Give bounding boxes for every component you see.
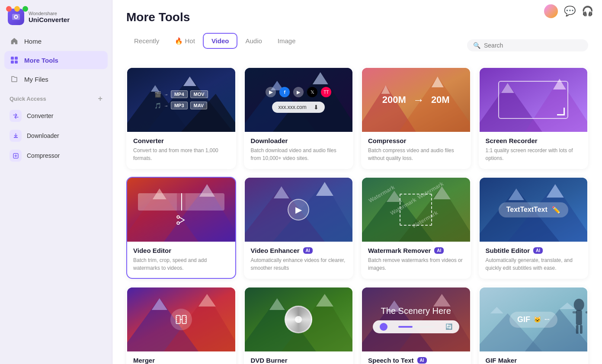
sidebar-item-more-tools[interactable]: More Tools: [4, 51, 108, 69]
tool-desc-video-editor: Batch trim, crop, speed and add watermar…: [133, 256, 229, 272]
tool-thumb-screen-recorder: [480, 68, 588, 132]
tool-desc-downloader: Batch download video and audio files fro…: [251, 147, 347, 162]
quick-access-section: Quick Access +: [0, 88, 112, 106]
speech-thumb-overlay: The Scenery Here 🔄: [362, 287, 470, 351]
downloader-quick-icon: [10, 130, 22, 142]
svg-point-34: [177, 216, 179, 218]
tool-thumb-video-editor: [127, 178, 235, 242]
svg-rect-3: [11, 57, 14, 60]
dvd-burner-thumb-overlay: [245, 287, 353, 351]
tool-name-speech-to-text: Speech to Text: [368, 357, 414, 364]
close-button[interactable]: [6, 6, 12, 12]
tool-card-video-editor[interactable]: Video Editor Batch trim, crop, speed and…: [126, 177, 236, 279]
sidebar-item-home[interactable]: Home: [4, 32, 108, 50]
tool-name-gif-maker: GIF Maker: [486, 357, 517, 364]
traffic-lights: [6, 6, 28, 12]
app-title-block: Wondershare UniConverter: [29, 11, 70, 23]
compressor-thumb-overlay: 200M → 20M: [362, 68, 470, 132]
maximize-button[interactable]: [22, 6, 28, 12]
tool-name-dvd-burner: DVD Burner: [251, 357, 288, 364]
video-enhancer-thumb-overlay: ▶: [245, 178, 353, 242]
home-icon: [10, 36, 19, 46]
tool-thumb-gif-maker: GIF 🐱 ···: [480, 287, 588, 351]
tool-desc-watermark-remover: Batch remove watermarks from videos or i…: [368, 256, 464, 272]
tool-info-watermark-remover: Watermark Remover AI Batch remove waterm…: [362, 242, 470, 278]
tool-info-gif-maker: GIF Maker Create a GIF from a video or i…: [480, 351, 588, 364]
search-input[interactable]: [484, 42, 582, 49]
tab-hot[interactable]: 🔥 Hot: [167, 34, 203, 48]
tab-video[interactable]: Video: [203, 33, 238, 49]
sidebar-item-my-files[interactable]: My Files: [4, 70, 108, 88]
quick-item-compressor[interactable]: Compressor: [4, 146, 108, 166]
tool-name-video-enhancer: Video Enhancer: [251, 247, 300, 254]
tool-thumb-downloader: ▶ f ▶ 𝕏 TT xxx.xxx.com ⬇: [245, 68, 353, 132]
watermark-overlay: Watermark Watermark Watermark Watermark: [362, 178, 470, 242]
chat-icon[interactable]: 💬: [564, 6, 576, 17]
tool-desc-video-enhancer: Automatically enhance videos for clearer…: [251, 256, 347, 272]
tool-card-video-enhancer[interactable]: ▶ Video Enhancer AI Automatically enhanc…: [244, 177, 354, 279]
tool-card-gif-maker[interactable]: GIF 🐱 ··· GIF Maker Create a GIF from a …: [479, 287, 589, 364]
tool-thumb-speech-to-text: The Scenery Here 🔄: [362, 287, 470, 351]
tool-name-downloader: Downloader: [251, 137, 288, 144]
quick-access-add-button[interactable]: +: [98, 94, 102, 103]
svg-rect-6: [15, 61, 18, 64]
topbar: 💬 🎧: [544, 4, 593, 18]
sidebar-nav: Home More Tools My Files: [0, 32, 112, 88]
tool-info-speech-to-text: Speech to Text AI Batch convert audio or…: [362, 351, 470, 364]
tool-grid: 🎬 → MP4 MOV 🎵 → MP3 MAV: [126, 67, 588, 364]
tool-info-video-enhancer: Video Enhancer AI Automatically enhance …: [245, 242, 353, 278]
user-avatar[interactable]: [544, 4, 558, 18]
ai-badge-video-enhancer: AI: [303, 247, 313, 254]
tab-recently[interactable]: Recently: [126, 34, 167, 48]
tabs-bar: Recently 🔥 Hot Video Audio Image 🔍: [126, 33, 588, 57]
headphones-icon[interactable]: 🎧: [582, 6, 593, 17]
video-editor-thumb-overlay: [127, 178, 235, 242]
quick-item-compressor-label: Compressor: [27, 152, 60, 159]
tool-info-compressor: Compressor Batch compress video and audi…: [362, 132, 470, 168]
tool-thumb-subtitle-editor: TextTextText ✏️: [480, 178, 588, 242]
tool-card-compressor[interactable]: 200M → 20M Compressor Batch compress vid…: [361, 67, 471, 169]
tab-audio[interactable]: Audio: [237, 34, 269, 48]
tool-name-compressor: Compressor: [368, 137, 406, 144]
search-icon: 🔍: [473, 42, 480, 49]
tool-info-screen-recorder: Screen Recorder 1:1 quality screen recor…: [480, 132, 588, 168]
tool-card-screen-recorder[interactable]: Screen Recorder 1:1 quality screen recor…: [479, 67, 589, 169]
minimize-button[interactable]: [14, 6, 20, 12]
quick-item-converter[interactable]: Converter: [4, 106, 108, 126]
tool-desc-compressor: Batch compress video and audio files wit…: [368, 147, 464, 162]
search-bar[interactable]: 🔍: [467, 39, 588, 51]
tool-info-downloader: Downloader Batch download video and audi…: [245, 132, 353, 168]
tool-name-subtitle-editor: Subtitle Editor: [486, 247, 530, 254]
tool-card-speech-to-text[interactable]: The Scenery Here 🔄: [361, 287, 471, 364]
svg-point-2: [15, 16, 17, 18]
tool-name-merger: Merger: [133, 357, 155, 364]
content-area: More Tools Recently 🔥 Hot Video Audio Im…: [112, 0, 602, 364]
downloader-thumb-overlay: ▶ f ▶ 𝕏 TT xxx.xxx.com ⬇: [245, 68, 353, 132]
screen-recorder-thumb-overlay: [480, 68, 588, 132]
tool-info-dvd-burner: DVD Burner Burn videos in different form…: [245, 351, 353, 364]
gif-maker-thumb-overlay: GIF 🐱 ···: [480, 287, 588, 351]
sidebar-item-home-label: Home: [24, 38, 42, 45]
tools-icon: [10, 55, 19, 65]
quick-item-converter-label: Converter: [27, 112, 53, 119]
quick-item-downloader-label: Downloader: [27, 132, 59, 139]
tool-card-dvd-burner[interactable]: DVD Burner Burn videos in different form…: [244, 287, 354, 364]
subtitle-editor-thumb-overlay: TextTextText ✏️: [480, 178, 588, 242]
ai-badge-speech-to-text: AI: [417, 357, 427, 364]
app-header: Wondershare UniConverter: [0, 0, 112, 32]
merger-thumb-overlay: [127, 287, 235, 351]
tab-image[interactable]: Image: [270, 34, 304, 48]
tool-card-merger[interactable]: Merger Merge multiple video or audio fil…: [126, 287, 236, 364]
quick-item-downloader[interactable]: Downloader: [4, 126, 108, 146]
tool-card-downloader[interactable]: ▶ f ▶ 𝕏 TT xxx.xxx.com ⬇: [244, 67, 354, 169]
tool-card-watermark-remover[interactable]: Watermark Watermark Watermark Watermark …: [361, 177, 471, 279]
svg-rect-5: [11, 61, 14, 64]
tool-card-subtitle-editor[interactable]: TextTextText ✏️ Subtitle Editor AI Autom…: [479, 177, 589, 279]
tool-card-converter[interactable]: 🎬 → MP4 MOV 🎵 → MP3 MAV: [126, 67, 236, 169]
tool-info-video-editor: Video Editor Batch trim, crop, speed and…: [127, 242, 235, 278]
tool-name-video-editor: Video Editor: [133, 247, 171, 254]
converter-quick-icon: [10, 110, 22, 122]
sidebar-item-more-tools-label: More Tools: [24, 57, 58, 64]
tool-desc-converter: Convert to and from more than 1,000 form…: [133, 147, 229, 162]
app-brand: Wondershare: [29, 11, 70, 16]
